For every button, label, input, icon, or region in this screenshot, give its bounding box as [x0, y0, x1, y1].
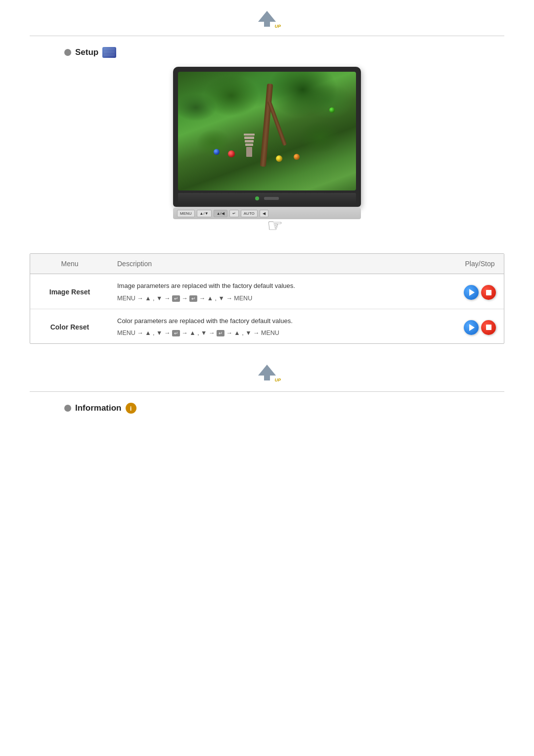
info-circle-icon [64, 405, 71, 412]
menu-label-color-reset: Color Reset [50, 323, 89, 331]
monitor [173, 67, 361, 207]
setup-icon-img [102, 47, 116, 58]
desc-text-image-reset: Image parameters are replaced with the f… [117, 281, 448, 291]
menu-cell-color-reset: Color Reset [30, 309, 109, 343]
stop-icon [486, 325, 491, 330]
up-label-bottom: UP [274, 378, 281, 382]
main-table-container: Menu Description Play/Stop Image Reset I… [30, 253, 504, 344]
header-menu: Menu [30, 254, 109, 274]
menu-cell-image-reset: Image Reset [30, 274, 109, 309]
play-icon [469, 289, 475, 296]
garden-background [178, 72, 356, 190]
desc-nav-image-reset: MENU → ▲ , ▼ → ↵ → ↵ → ▲ , ▼ → MENU [117, 295, 448, 302]
info-title: Information [75, 403, 122, 413]
desc-cell-image-reset: Image parameters are replaced with the f… [109, 274, 456, 309]
ball-green [329, 107, 335, 113]
header-play-stop: Play/Stop [456, 254, 504, 274]
ball-blue [214, 149, 220, 155]
pagoda-tier-3 [245, 140, 254, 142]
play-button-image-reset[interactable] [464, 285, 479, 300]
setup-circle-icon [64, 49, 71, 56]
pagoda-base [246, 147, 252, 157]
remote-btn-menu[interactable]: MENU [177, 210, 195, 217]
remote-btn-arrowleft[interactable]: ▲/◀ [214, 210, 227, 217]
pagoda-tier-4 [245, 143, 253, 146]
setup-title: Setup [75, 47, 98, 57]
desc-cell-color-reset: Color parameters are replaced with the f… [109, 309, 456, 343]
stop-button-image-reset[interactable] [481, 285, 496, 300]
pagoda-tier-1 [244, 134, 255, 136]
pagoda [244, 134, 255, 161]
nav-up-bottom[interactable]: UP [0, 354, 534, 391]
setup-section-heading: Setup [0, 36, 534, 67]
up-arrow-shaft [264, 22, 270, 27]
table-row: Color Reset Color parameters are replace… [30, 309, 504, 343]
monitor-bezel [178, 193, 356, 204]
menu-label-image-reset: Image Reset [49, 288, 90, 296]
monitor-screen [178, 72, 356, 190]
remote-btn-updown[interactable]: ▲/▼ [197, 210, 212, 217]
info-icon-badge: i [126, 403, 136, 414]
ball-orange [294, 154, 300, 160]
nav-up-top[interactable]: UP [0, 0, 534, 36]
play-stop-pair-color-reset[interactable] [464, 320, 496, 335]
table-header: Menu Description Play/Stop [30, 254, 504, 274]
desc-nav-color-reset: MENU → ▲ , ▼ → ↵ → ▲ , ▼ → ↵ → ▲ , ▼ → M… [117, 330, 448, 336]
stop-button-color-reset[interactable] [481, 320, 496, 335]
table-row: Image Reset Image parameters are replace… [30, 274, 504, 309]
play-stop-cell-image-reset [456, 274, 504, 309]
play-button-color-reset[interactable] [464, 320, 479, 335]
pagoda-tier-2 [244, 137, 254, 139]
play-icon [469, 324, 475, 331]
up-arrow-icon [258, 11, 276, 22]
hand-cursor-icon: ☞ [267, 217, 287, 238]
power-light [255, 196, 259, 200]
up-arrow-shaft-bottom [264, 376, 270, 380]
remote-btn-auto[interactable]: AUTO [241, 210, 258, 217]
stop-icon [486, 290, 491, 295]
header-description: Description [109, 254, 456, 274]
monitor-container: MENU ▲/▼ ▲/◀ ↵ AUTO ◀ ☞ [0, 67, 534, 243]
main-table: Menu Description Play/Stop Image Reset I… [30, 254, 504, 343]
remote-btn-enter[interactable]: ↵ [229, 210, 239, 217]
information-section-heading: Information i [0, 392, 534, 423]
ball-red [228, 150, 235, 157]
play-stop-cell-color-reset [456, 309, 504, 343]
table-body: Image Reset Image parameters are replace… [30, 274, 504, 344]
monitor-logo [264, 197, 279, 200]
up-label: UP [274, 24, 281, 29]
play-stop-pair-image-reset[interactable] [464, 285, 496, 300]
desc-text-color-reset: Color parameters are replaced with the f… [117, 316, 448, 326]
up-arrow-icon-bottom [258, 365, 276, 376]
